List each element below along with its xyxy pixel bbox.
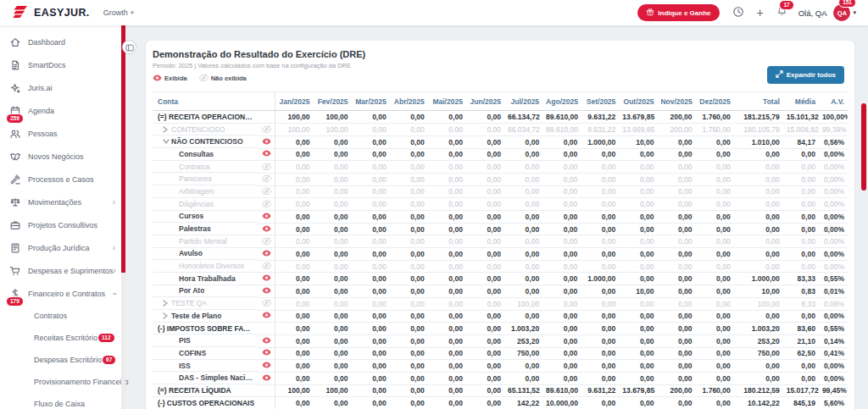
value-cell: 0,00: [696, 185, 734, 198]
value-cell: 0,00: [390, 148, 428, 161]
value-cell: 0,00: [783, 173, 819, 185]
chevron-right-icon[interactable]: [163, 126, 171, 133]
sidebar-subitem-despesas-escritorio[interactable]: Despesas Escritório67: [0, 349, 125, 371]
column-header-a-v: A.V.: [819, 92, 848, 111]
value-cell: 0,00: [657, 397, 695, 409]
eye-off-icon[interactable]: [262, 299, 271, 307]
dre-row-teste-de-plano[interactable]: Teste de Plano0,000,000,000,000,000,000,…: [153, 310, 848, 323]
dre-row-receita-liquida[interactable]: (=) RECEITA LÍQUIDA100,00100,000,000,000…: [153, 384, 848, 397]
sidebar-item-novos-negocios[interactable]: Novos Negócios: [0, 145, 125, 168]
value-cell: 0,00: [466, 135, 504, 148]
value-cell: 0,00: [581, 173, 619, 185]
dre-row-contratos[interactable]: Contratos0,000,000,000,000,000,000,000,0…: [153, 161, 848, 174]
sidebar-collapse-button[interactable]: [122, 40, 136, 54]
sidebar-item-producao-juridica[interactable]: Produção Jurídica›: [0, 236, 125, 259]
value-cell: 0,00: [581, 161, 619, 174]
sidebar-item-smartdocs[interactable]: SmartDocs: [0, 53, 125, 76]
dre-row-cofins[interactable]: COFINS0,000,000,000,000,000,00750,000,00…: [153, 347, 848, 360]
chevron-down-icon[interactable]: [163, 139, 171, 144]
eye-icon[interactable]: [262, 374, 271, 381]
value-cell: 100,00%: [819, 111, 848, 124]
sidebar-subitem-fluxo-de-caixa[interactable]: Fluxo de Caixa: [0, 393, 125, 409]
sidebar-item-movimentacoes[interactable]: Movimentações›: [0, 191, 125, 213]
eye-icon[interactable]: [262, 213, 271, 219]
dre-row-receita-operacional-bruta[interactable]: (=) RECEITA OPERACIONAL BRUTA100,00100,0…: [153, 111, 848, 124]
value-cell: 0,00: [390, 173, 428, 185]
eye-icon[interactable]: [262, 287, 271, 294]
value-cell: 0,00: [390, 248, 428, 261]
value-cell: 0,00: [275, 161, 313, 174]
sidebar-subitem-label: Receitas Escritório: [34, 334, 97, 342]
value-cell: 15.017,72: [783, 384, 819, 397]
dre-row-iss[interactable]: ISS0,000,000,000,000,000,000,000,000,000…: [153, 360, 848, 373]
sidebar-subitem-provisionamento-financeiro[interactable]: Provisionamento Financeiro: [0, 371, 125, 393]
chevron-right-icon[interactable]: [163, 300, 171, 307]
dre-row-partido-mensal[interactable]: Partido Mensal0,000,000,000,000,000,000,…: [153, 235, 848, 248]
eye-off-icon[interactable]: [262, 163, 271, 170]
sidebar-item-juris-ai[interactable]: Juris.ai: [0, 76, 125, 99]
sidebar-subitem-receitas-escritorio[interactable]: Receitas Escritório112: [0, 327, 125, 349]
value-cell: 0,00: [734, 198, 783, 211]
dre-row-impostos-sobre-faturamento[interactable]: (-) IMPOSTOS SOBRE FATURAMENTO0,000,000,…: [153, 323, 848, 335]
dre-row-custos-operacionais[interactable]: (-) CUSTOS OPERACIONAIS0,000,000,000,000…: [153, 397, 848, 409]
sidebar-scrollbar-thumb[interactable]: [121, 25, 125, 273]
sidebar-item-financeiro-e-contratos[interactable]: Financeiro e Contratos179›: [0, 282, 125, 305]
eye-icon[interactable]: [262, 337, 271, 344]
sidebar-item-agenda[interactable]: Agenda259: [0, 99, 125, 122]
dre-row-diligencias[interactable]: Diligências0,000,000,000,000,000,000,000…: [153, 198, 848, 211]
eye-off-icon[interactable]: [262, 200, 271, 207]
dre-row-palestras[interactable]: Palestras0,000,000,000,000,000,000,000,0…: [153, 223, 848, 235]
value-cell: 0,00: [313, 285, 351, 298]
sidebar-subitem-contratos[interactable]: Contratos: [0, 305, 125, 327]
eye-icon[interactable]: [262, 138, 271, 145]
dre-row-honorarios-diversos[interactable]: Honorários Diversos0,000,000,000,000,000…: [153, 260, 848, 273]
dre-row-das-simples-nacional[interactable]: DAS - Simples Nacional0,000,000,000,000,…: [153, 372, 848, 384]
eye-icon[interactable]: [262, 225, 271, 232]
dre-row-pareceres[interactable]: Pareceres0,000,000,000,000,000,000,000,0…: [153, 173, 848, 185]
value-cell: 84,17: [783, 135, 819, 148]
dre-row-hora-trabalhada[interactable]: Hora Trabalhada0,000,000,000,000,000,000…: [153, 273, 848, 285]
dre-row-arbitragem[interactable]: Arbitragem0,000,000,000,000,000,000,000,…: [153, 185, 848, 198]
eye-icon[interactable]: [262, 274, 271, 281]
eye-icon[interactable]: [262, 250, 271, 257]
value-cell: 100,00: [313, 124, 351, 136]
dre-row-avulso[interactable]: Avulso0,000,000,000,000,000,000,000,000,…: [153, 248, 848, 261]
value-cell: 0,00: [428, 297, 466, 310]
dre-row-teste-qa[interactable]: TESTE QA0,000,000,000,000,000,00100,000,…: [153, 297, 848, 310]
dre-row-cursos[interactable]: Cursos0,000,000,000,000,000,000,000,000,…: [153, 211, 848, 224]
quick-add-button[interactable]: +: [757, 6, 764, 19]
sidebar-item-despesas-e-suprimentos[interactable]: Despesas e Suprimentos›: [0, 259, 125, 282]
dre-row-pis[interactable]: PIS0,000,000,000,000,000,00253,200,000,0…: [153, 334, 848, 347]
eye-off-icon[interactable]: [262, 237, 271, 245]
expand-all-button[interactable]: Expandir todos: [767, 66, 844, 84]
sidebar-item-pessoas[interactable]: Pessoas: [0, 122, 125, 145]
value-cell: 0,83: [783, 285, 819, 298]
history-button[interactable]: [732, 6, 744, 20]
page-scrollbar-thumb[interactable]: [861, 103, 866, 191]
dre-row-consultas[interactable]: Consultas0,000,000,000,000,000,000,000,0…: [153, 148, 848, 161]
notifications-button[interactable]: 17: [776, 5, 787, 20]
value-cell: 0,00: [619, 173, 657, 185]
eye-icon[interactable]: [262, 349, 271, 356]
eye-icon[interactable]: [262, 150, 271, 157]
eye-off-icon[interactable]: [262, 262, 271, 269]
value-cell: 1.000,00: [734, 273, 783, 285]
easyjur-logo[interactable]: EASYJUR.: [12, 6, 90, 19]
dre-row-nao-contencioso[interactable]: NÃO CONTENCIOSO0,000,000,000,000,000,000…: [153, 135, 848, 148]
eye-off-icon[interactable]: [262, 125, 271, 133]
chevron-right-icon[interactable]: [163, 312, 171, 319]
sidebar-item-dashboard[interactable]: Dashboard: [0, 30, 125, 53]
dre-row-por-ato[interactable]: Por Ato0,000,000,000,000,000,000,000,000…: [153, 285, 848, 298]
user-menu[interactable]: QA 151 ▾: [833, 4, 856, 21]
value-cell: 0,00: [428, 235, 466, 248]
refer-and-earn-button[interactable]: Indique e Ganhe: [637, 4, 719, 21]
sidebar-item-projetos-consultivos[interactable]: Projetos Consultivos: [0, 213, 125, 236]
eye-icon[interactable]: [262, 312, 271, 318]
dre-row-contencioso[interactable]: CONTENCIOSO100,00100,000,000,000,000,006…: [153, 124, 848, 136]
eye-icon[interactable]: [262, 362, 271, 368]
sidebar-item-processos-e-casos[interactable]: Processos e Casos: [0, 168, 125, 191]
eye-off-icon[interactable]: [262, 187, 271, 195]
value-cell: 0,00: [581, 185, 619, 198]
eye-off-icon[interactable]: [262, 174, 271, 182]
value-cell: 0,00: [504, 260, 542, 273]
